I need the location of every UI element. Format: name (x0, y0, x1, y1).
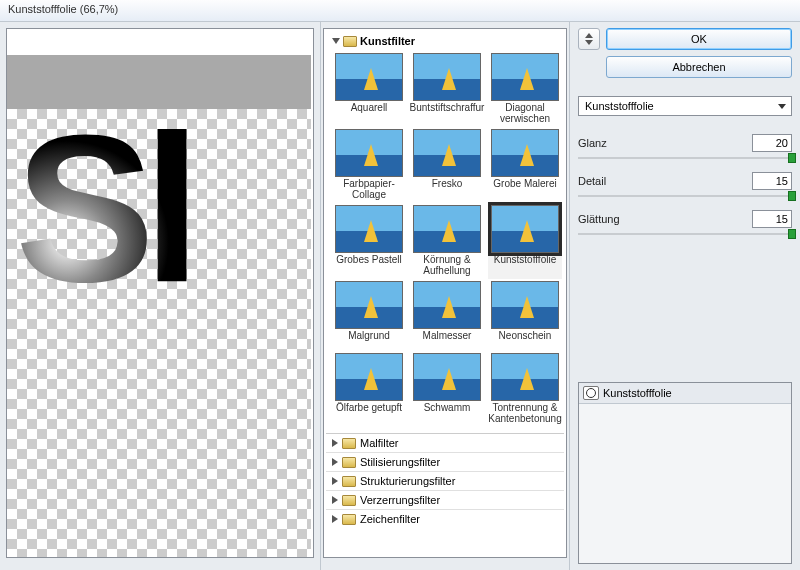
category-label: Verzerrungsfilter (360, 494, 440, 506)
param-row: Detail (578, 172, 792, 190)
filter-thumb[interactable]: Malmesser (410, 281, 484, 351)
filter-thumb[interactable]: Grobes Pastell (332, 205, 406, 279)
category-row[interactable]: Zeichenfilter (326, 509, 564, 528)
filter-thumb-label: Buntstiftschraffur (410, 101, 484, 123)
filter-thumb[interactable]: Grobe Malerei (488, 129, 562, 203)
filter-thumb[interactable]: Ölfarbe getupft (332, 353, 406, 427)
ok-button[interactable]: OK (606, 28, 792, 50)
filter-thumb-image (335, 53, 403, 101)
filter-thumb-label: Grobe Malerei (488, 177, 562, 199)
filter-thumb-label: Tontrennung & Kantenbetonung (488, 401, 562, 427)
filter-thumb-label: Körnung & Aufhellung (410, 253, 484, 279)
filter-thumb-image (491, 129, 559, 177)
filter-thumb-label: Fresko (410, 177, 484, 199)
filter-thumb-label: Malmesser (410, 329, 484, 351)
filter-thumb[interactable]: Diagonal verwischen (488, 53, 562, 127)
chevron-right-icon (332, 439, 338, 447)
category-kunstfilter[interactable]: Kunstfilter AquarellBuntstiftschraffurDi… (326, 31, 564, 433)
preview-pane: Sl (0, 22, 320, 570)
chevron-right-icon (332, 458, 338, 466)
filter-thumb[interactable]: Malgrund (332, 281, 406, 351)
category-label: Stilisierungsfilter (360, 456, 440, 468)
param-input[interactable] (752, 210, 792, 228)
chevron-down-icon (332, 38, 340, 44)
collapse-controls-button[interactable] (578, 28, 600, 50)
filter-thumb-image (413, 353, 481, 401)
effect-layer-row[interactable]: Kunststofffolie (579, 383, 791, 404)
param-row: Glanz (578, 134, 792, 152)
category-label: Strukturierungsfilter (360, 475, 455, 487)
filter-thumb[interactable]: Tontrennung & Kantenbetonung (488, 353, 562, 427)
preview-canvas: Sl (7, 55, 311, 533)
filter-thumb-label: Ölfarbe getupft (332, 401, 406, 423)
cancel-button[interactable]: Abbrechen (606, 56, 792, 78)
folder-icon (342, 495, 356, 506)
folder-icon (342, 438, 356, 449)
filter-thumb-image (491, 281, 559, 329)
param-row: Glättung (578, 210, 792, 228)
category-row[interactable]: Stilisierungsfilter (326, 452, 564, 471)
param-label: Glättung (578, 213, 752, 225)
filter-thumb-image (335, 281, 403, 329)
filter-thumb-image (491, 205, 559, 253)
filter-thumb-image (413, 205, 481, 253)
filter-gallery-pane: Kunstfilter AquarellBuntstiftschraffurDi… (320, 22, 570, 570)
category-row[interactable]: Verzerrungsfilter (326, 490, 564, 509)
window-titlebar: Kunststofffolie (66,7%) (0, 0, 800, 22)
param-label: Detail (578, 175, 752, 187)
param-slider[interactable] (578, 154, 792, 162)
filter-thumb[interactable]: Aquarell (332, 53, 406, 127)
param-input[interactable] (752, 134, 792, 152)
filter-thumb-label: Neonschein (488, 329, 562, 351)
visibility-eye-icon[interactable] (583, 386, 599, 400)
filter-select[interactable]: Kunststofffolie (578, 96, 792, 116)
effect-layers-panel: Kunststofffolie (578, 382, 792, 564)
category-label: Kunstfilter (360, 35, 415, 47)
filter-thumb-label: Farbpapier-Collage (332, 177, 406, 203)
category-row[interactable]: Malfilter (326, 433, 564, 452)
filter-thumb-image (491, 353, 559, 401)
chevron-right-icon (332, 515, 338, 523)
chevron-right-icon (332, 477, 338, 485)
effect-layer-name: Kunststofffolie (603, 387, 672, 399)
filter-thumb[interactable]: Schwamm (410, 353, 484, 427)
folder-icon (343, 36, 357, 47)
filter-thumb[interactable]: Körnung & Aufhellung (410, 205, 484, 279)
chevron-down-icon (585, 40, 593, 45)
folder-icon (342, 476, 356, 487)
preview-artwork: Sl (15, 125, 189, 293)
filter-thumb-image (413, 281, 481, 329)
filter-thumb-label: Grobes Pastell (332, 253, 406, 275)
filter-thumb[interactable]: Kunststofffolie (488, 205, 562, 279)
category-row[interactable]: Strukturierungsfilter (326, 471, 564, 490)
chevron-right-icon (332, 496, 338, 504)
folder-icon (342, 514, 356, 525)
filter-thumb[interactable]: Fresko (410, 129, 484, 203)
param-input[interactable] (752, 172, 792, 190)
filter-thumb-label: Malgrund (332, 329, 406, 351)
folder-icon (342, 457, 356, 468)
filter-thumb-label: Kunststofffolie (488, 253, 562, 275)
window-title: Kunststofffolie (66,7%) (8, 3, 118, 15)
filter-thumb[interactable]: Neonschein (488, 281, 562, 351)
param-slider[interactable] (578, 230, 792, 238)
filter-thumb-image (335, 353, 403, 401)
filter-thumb-label: Aquarell (332, 101, 406, 123)
category-label: Zeichenfilter (360, 513, 420, 525)
filter-thumb-image (413, 129, 481, 177)
preview-frame[interactable]: Sl (6, 28, 314, 558)
filter-thumb-image (335, 129, 403, 177)
param-label: Glanz (578, 137, 752, 149)
filter-thumb-label: Diagonal verwischen (488, 101, 562, 127)
chevron-up-icon (585, 33, 593, 38)
param-slider[interactable] (578, 192, 792, 200)
category-label: Malfilter (360, 437, 399, 449)
filter-thumb-image (413, 53, 481, 101)
filter-thumb-label: Schwamm (410, 401, 484, 423)
filter-thumb[interactable]: Buntstiftschraffur (410, 53, 484, 127)
filter-thumb-image (335, 205, 403, 253)
filter-thumb-image (491, 53, 559, 101)
filter-thumb[interactable]: Farbpapier-Collage (332, 129, 406, 203)
controls-pane: OK Abbrechen Kunststofffolie GlanzDetail… (570, 22, 800, 570)
